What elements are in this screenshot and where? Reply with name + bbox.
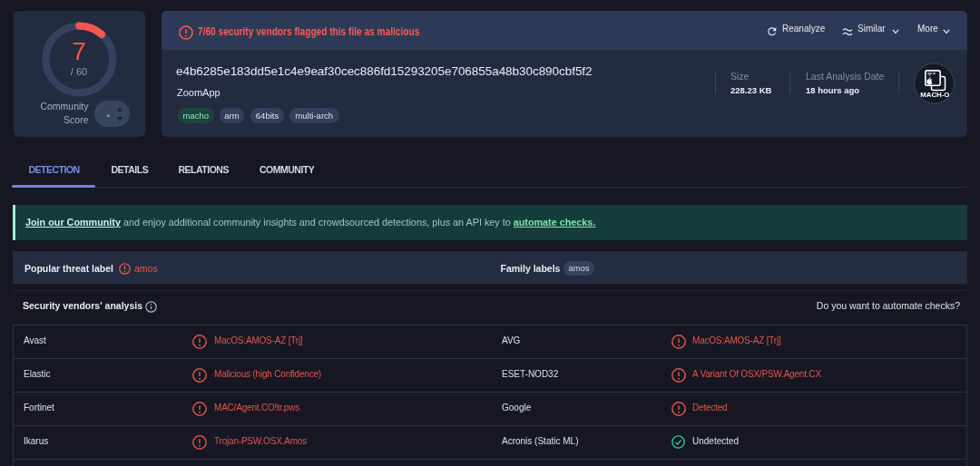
svg-text:MACH-O: MACH-O	[920, 90, 949, 98]
